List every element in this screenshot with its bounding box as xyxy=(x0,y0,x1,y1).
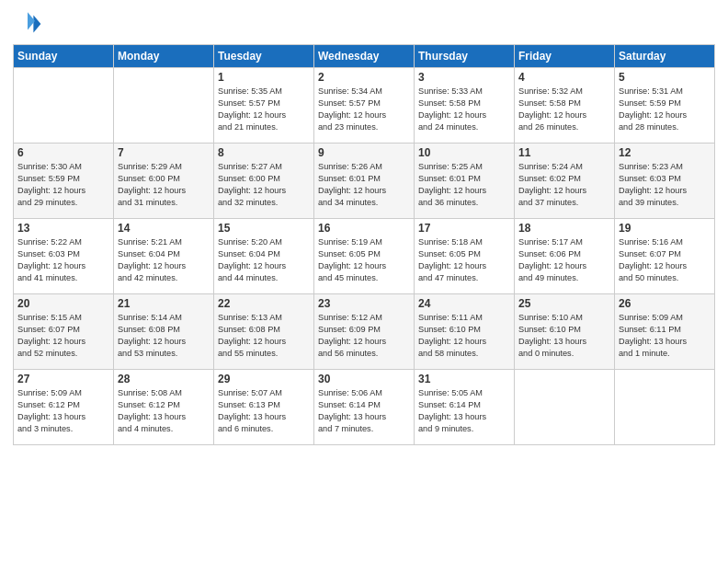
calendar-cell: 19Sunrise: 5:16 AM Sunset: 6:07 PM Dayli… xyxy=(615,219,715,294)
day-detail: Sunrise: 5:05 AM Sunset: 6:14 PM Dayligh… xyxy=(418,388,486,433)
calendar-week-2: 6Sunrise: 5:30 AM Sunset: 5:59 PM Daylig… xyxy=(14,144,715,219)
calendar-cell: 29Sunrise: 5:07 AM Sunset: 6:13 PM Dayli… xyxy=(214,370,314,445)
day-detail: Sunrise: 5:26 AM Sunset: 6:01 PM Dayligh… xyxy=(318,162,386,207)
calendar-cell: 15Sunrise: 5:20 AM Sunset: 6:04 PM Dayli… xyxy=(214,219,314,294)
day-detail: Sunrise: 5:23 AM Sunset: 6:03 PM Dayligh… xyxy=(619,162,687,207)
header xyxy=(13,9,715,39)
day-detail: Sunrise: 5:16 AM Sunset: 6:07 PM Dayligh… xyxy=(619,237,687,282)
day-detail: Sunrise: 5:06 AM Sunset: 6:14 PM Dayligh… xyxy=(318,388,386,433)
day-detail: Sunrise: 5:20 AM Sunset: 6:04 PM Dayligh… xyxy=(218,237,286,282)
calendar-cell: 5Sunrise: 5:31 AM Sunset: 5:59 PM Daylig… xyxy=(615,68,715,144)
day-number: 24 xyxy=(418,297,510,310)
day-detail: Sunrise: 5:12 AM Sunset: 6:09 PM Dayligh… xyxy=(318,313,386,358)
day-detail: Sunrise: 5:17 AM Sunset: 6:06 PM Dayligh… xyxy=(518,237,586,282)
day-detail: Sunrise: 5:09 AM Sunset: 6:11 PM Dayligh… xyxy=(619,313,687,358)
day-number: 23 xyxy=(318,297,410,310)
calendar-cell xyxy=(14,68,114,144)
day-number: 5 xyxy=(619,71,711,84)
calendar-cell: 21Sunrise: 5:14 AM Sunset: 6:08 PM Dayli… xyxy=(114,294,214,370)
day-detail: Sunrise: 5:13 AM Sunset: 6:08 PM Dayligh… xyxy=(218,313,286,358)
day-detail: Sunrise: 5:29 AM Sunset: 6:00 PM Dayligh… xyxy=(118,162,186,207)
calendar-cell: 31Sunrise: 5:05 AM Sunset: 6:14 PM Dayli… xyxy=(415,370,515,445)
day-detail: Sunrise: 5:33 AM Sunset: 5:58 PM Dayligh… xyxy=(418,86,486,132)
svg-marker-0 xyxy=(33,15,40,32)
day-number: 27 xyxy=(17,373,109,385)
calendar-header-saturday: Saturday xyxy=(615,45,715,68)
calendar-cell: 8Sunrise: 5:27 AM Sunset: 6:00 PM Daylig… xyxy=(214,144,314,219)
calendar-cell: 25Sunrise: 5:10 AM Sunset: 6:10 PM Dayli… xyxy=(515,294,615,370)
calendar-cell: 10Sunrise: 5:25 AM Sunset: 6:01 PM Dayli… xyxy=(415,144,515,219)
day-number: 8 xyxy=(218,146,310,159)
calendar-cell xyxy=(615,370,715,445)
day-detail: Sunrise: 5:32 AM Sunset: 5:58 PM Dayligh… xyxy=(518,86,586,132)
day-detail: Sunrise: 5:27 AM Sunset: 6:00 PM Dayligh… xyxy=(218,162,286,207)
calendar-header-thursday: Thursday xyxy=(415,45,515,68)
calendar-cell: 6Sunrise: 5:30 AM Sunset: 5:59 PM Daylig… xyxy=(14,144,114,219)
calendar-cell: 30Sunrise: 5:06 AM Sunset: 6:14 PM Dayli… xyxy=(314,370,415,445)
calendar-week-3: 13Sunrise: 5:22 AM Sunset: 6:03 PM Dayli… xyxy=(14,219,715,294)
day-number: 6 xyxy=(17,146,109,159)
day-number: 15 xyxy=(218,222,310,235)
calendar-cell: 14Sunrise: 5:21 AM Sunset: 6:04 PM Dayli… xyxy=(114,219,214,294)
day-number: 9 xyxy=(318,146,410,159)
day-number: 26 xyxy=(619,297,711,310)
day-detail: Sunrise: 5:07 AM Sunset: 6:13 PM Dayligh… xyxy=(218,388,286,433)
day-number: 4 xyxy=(518,71,610,84)
calendar-cell: 3Sunrise: 5:33 AM Sunset: 5:58 PM Daylig… xyxy=(415,68,515,144)
calendar-cell xyxy=(515,370,615,445)
calendar-cell: 22Sunrise: 5:13 AM Sunset: 6:08 PM Dayli… xyxy=(214,294,314,370)
calendar-cell: 2Sunrise: 5:34 AM Sunset: 5:57 PM Daylig… xyxy=(314,68,415,144)
day-detail: Sunrise: 5:11 AM Sunset: 6:10 PM Dayligh… xyxy=(418,313,486,358)
day-detail: Sunrise: 5:10 AM Sunset: 6:10 PM Dayligh… xyxy=(518,313,586,358)
calendar-cell: 23Sunrise: 5:12 AM Sunset: 6:09 PM Dayli… xyxy=(314,294,415,370)
day-number: 11 xyxy=(518,146,610,159)
day-number: 21 xyxy=(118,297,210,310)
calendar-cell: 4Sunrise: 5:32 AM Sunset: 5:58 PM Daylig… xyxy=(515,68,615,144)
day-number: 19 xyxy=(619,222,711,235)
day-number: 12 xyxy=(619,146,711,159)
day-number: 22 xyxy=(218,297,310,310)
calendar-week-1: 1Sunrise: 5:35 AM Sunset: 5:57 PM Daylig… xyxy=(14,68,715,144)
day-number: 31 xyxy=(418,373,510,385)
day-detail: Sunrise: 5:14 AM Sunset: 6:08 PM Dayligh… xyxy=(118,313,186,358)
logo xyxy=(13,9,46,39)
day-detail: Sunrise: 5:30 AM Sunset: 5:59 PM Dayligh… xyxy=(17,162,85,207)
day-number: 1 xyxy=(218,71,310,84)
day-detail: Sunrise: 5:24 AM Sunset: 6:02 PM Dayligh… xyxy=(518,162,586,207)
calendar-week-4: 20Sunrise: 5:15 AM Sunset: 6:07 PM Dayli… xyxy=(14,294,715,370)
day-number: 28 xyxy=(118,373,210,385)
calendar-header-wednesday: Wednesday xyxy=(314,45,415,68)
logo-icon xyxy=(13,9,42,39)
day-detail: Sunrise: 5:34 AM Sunset: 5:57 PM Dayligh… xyxy=(318,86,386,132)
calendar-cell: 27Sunrise: 5:09 AM Sunset: 6:12 PM Dayli… xyxy=(14,370,114,445)
day-detail: Sunrise: 5:21 AM Sunset: 6:04 PM Dayligh… xyxy=(118,237,186,282)
calendar-cell: 13Sunrise: 5:22 AM Sunset: 6:03 PM Dayli… xyxy=(14,219,114,294)
day-detail: Sunrise: 5:25 AM Sunset: 6:01 PM Dayligh… xyxy=(418,162,486,207)
day-number: 14 xyxy=(118,222,210,235)
calendar-cell: 11Sunrise: 5:24 AM Sunset: 6:02 PM Dayli… xyxy=(515,144,615,219)
day-detail: Sunrise: 5:35 AM Sunset: 5:57 PM Dayligh… xyxy=(218,86,286,132)
day-detail: Sunrise: 5:09 AM Sunset: 6:12 PM Dayligh… xyxy=(17,388,85,433)
calendar-header-friday: Friday xyxy=(515,45,615,68)
calendar-cell: 20Sunrise: 5:15 AM Sunset: 6:07 PM Dayli… xyxy=(14,294,114,370)
day-number: 10 xyxy=(418,146,510,159)
day-number: 25 xyxy=(518,297,610,310)
day-number: 3 xyxy=(418,71,510,84)
day-detail: Sunrise: 5:15 AM Sunset: 6:07 PM Dayligh… xyxy=(17,313,85,358)
calendar-cell xyxy=(114,68,214,144)
calendar-cell: 24Sunrise: 5:11 AM Sunset: 6:10 PM Dayli… xyxy=(415,294,515,370)
calendar-cell: 17Sunrise: 5:18 AM Sunset: 6:05 PM Dayli… xyxy=(415,219,515,294)
calendar-cell: 16Sunrise: 5:19 AM Sunset: 6:05 PM Dayli… xyxy=(314,219,415,294)
day-detail: Sunrise: 5:22 AM Sunset: 6:03 PM Dayligh… xyxy=(17,237,85,282)
day-number: 13 xyxy=(17,222,109,235)
day-number: 17 xyxy=(418,222,510,235)
day-detail: Sunrise: 5:08 AM Sunset: 6:12 PM Dayligh… xyxy=(118,388,186,433)
calendar-cell: 26Sunrise: 5:09 AM Sunset: 6:11 PM Dayli… xyxy=(615,294,715,370)
page: SundayMondayTuesdayWednesdayThursdayFrid… xyxy=(0,0,728,563)
day-number: 16 xyxy=(318,222,410,235)
calendar-header-tuesday: Tuesday xyxy=(214,45,314,68)
day-number: 20 xyxy=(17,297,109,310)
day-detail: Sunrise: 5:19 AM Sunset: 6:05 PM Dayligh… xyxy=(318,237,386,282)
calendar-cell: 28Sunrise: 5:08 AM Sunset: 6:12 PM Dayli… xyxy=(114,370,214,445)
day-number: 2 xyxy=(318,71,410,84)
